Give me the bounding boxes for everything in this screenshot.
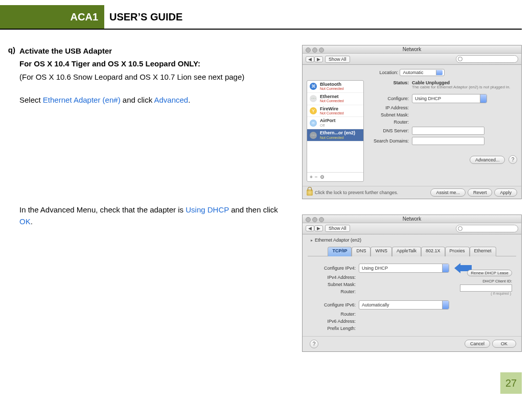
step-marker: q)	[0, 45, 19, 367]
configure-ipv6-row: Configure IPv6: Automatically	[310, 300, 514, 310]
apply-button[interactable]: Apply	[494, 188, 517, 197]
tab-8021x[interactable]: 802.1X	[421, 247, 445, 256]
line-advanced-menu: In the Advanced Menu, check that the ada…	[19, 204, 292, 228]
header-title: USER’S GUIDE	[104, 5, 182, 29]
nav-back-button[interactable]: ◀	[306, 56, 314, 62]
interfaces-sidebar: ⌘ BluetoothNot Connected ⋯ EthernetNot C…	[307, 80, 364, 182]
tab-appletalk[interactable]: AppleTalk	[392, 247, 421, 256]
lock-icon[interactable]	[307, 189, 313, 196]
ipv4-address-label: IPv4 Address:	[310, 275, 356, 280]
link-using-dhcp: Using DHCP	[186, 205, 229, 214]
chevron-icon: ▸	[311, 238, 313, 243]
search-input[interactable]	[456, 225, 518, 232]
ip-address-label: IP Address:	[368, 105, 409, 110]
instruction-text: Activate the USB Adapter For OS X 10.4 T…	[19, 45, 302, 367]
configure-ipv6-select[interactable]: Automatically	[359, 300, 449, 310]
bluetooth-icon: ⌘	[310, 83, 317, 90]
page-number: 27	[500, 372, 522, 394]
configure-ipv4-select[interactable]: Using DHCP	[359, 264, 449, 273]
window-toolbar: ◀ ▶ Show All	[303, 54, 521, 65]
dhcp-client-id-label: DHCP Client ID:	[482, 279, 512, 283]
if-required-label: ( if required )	[456, 292, 512, 295]
show-all-button[interactable]: Show All	[325, 56, 350, 63]
tab-wins[interactable]: WINS	[371, 247, 392, 256]
ipv6-address-label: IPv6 Address:	[310, 319, 356, 324]
window-title: Network	[403, 216, 422, 222]
assist-me-button[interactable]: Assist me...	[430, 188, 466, 197]
link-ok: OK	[19, 217, 31, 226]
router-label: Router:	[310, 289, 356, 294]
subnet-mask-label: Subnet Mask:	[310, 282, 356, 287]
help-button[interactable]: ?	[310, 340, 318, 348]
search-input[interactable]	[456, 55, 518, 63]
traffic-lights-icon	[306, 47, 324, 53]
window-titlebar: Network	[303, 45, 521, 54]
remove-interface-button[interactable]: −	[315, 174, 318, 180]
dhcp-client-id-field[interactable]	[460, 284, 512, 292]
window-titlebar: Network	[303, 215, 521, 223]
header-badge: ACA1	[0, 5, 104, 29]
nav-back-button[interactable]: ◀	[306, 225, 314, 231]
window-toolbar: ◀ ▶ Show All	[303, 223, 521, 234]
cancel-button[interactable]: Cancel	[465, 340, 490, 348]
sidebar-tools: + − ⚙︎	[307, 172, 363, 181]
tabs: TCP/IP DNS WINS AppleTalk 802.1X Proxies…	[308, 247, 516, 256]
renew-dhcp-lease-button[interactable]: Renew DHCP Lease	[467, 270, 512, 276]
lock-text: Click the lock to prevent further change…	[315, 190, 398, 195]
show-all-button[interactable]: Show All	[325, 225, 350, 232]
line-note: (For OS X 10.6 Snow Leopard and OS X 10.…	[19, 71, 292, 83]
ethernet-adaptor-icon: ⋯	[310, 132, 317, 139]
link-ethernet-adapter: Ethernet Adapter (en#)	[43, 96, 121, 104]
panel-footer: Click the lock to prevent further change…	[303, 186, 521, 199]
traffic-lights-icon	[306, 217, 324, 222]
advanced-button[interactable]: Advanced...	[470, 156, 505, 164]
sidebar-item-ethernet[interactable]: ⋯ EthernetNot Connected	[307, 93, 363, 105]
tab-tcpip[interactable]: TCP/IP	[328, 247, 352, 256]
tab-proxies[interactable]: Proxies	[445, 247, 470, 256]
sidebar-item-firewire[interactable]: Y FireWireNot Connected	[307, 105, 363, 117]
interface-details: Status: Cable Unplugged The cable for Et…	[368, 80, 517, 182]
router-label: Router:	[368, 120, 409, 125]
status-label: Status:	[368, 80, 409, 90]
nav-forward-button[interactable]: ▶	[314, 56, 323, 62]
panel-footer: ? Cancel OK	[303, 336, 521, 351]
ok-button[interactable]: OK	[492, 340, 516, 348]
configure-select[interactable]: Using DHCP	[412, 94, 487, 103]
nav-forward-button[interactable]: ▶	[314, 225, 323, 231]
link-advanced: Advanced	[154, 96, 189, 104]
line-select: Select Ethernet Adapter (en#) and click …	[19, 94, 292, 106]
search-domains-field[interactable]	[412, 137, 484, 145]
screenshot-network-prefs: Network ◀ ▶ Show All Location: Automatic…	[302, 45, 522, 199]
subnet-mask-label: Subnet Mask:	[368, 112, 409, 117]
prefix-length-label: Prefix Length:	[310, 326, 356, 331]
search-domains-label: Search Domains:	[368, 138, 409, 144]
line-activate: Activate the USB Adapter	[19, 45, 292, 57]
configure-row: Configure: Using DHCP	[368, 94, 517, 103]
firewire-icon: Y	[310, 107, 317, 114]
location-label: Location:	[379, 70, 398, 75]
airport-icon: ⌢	[310, 120, 317, 127]
sidebar-item-bluetooth[interactable]: ⌘ BluetoothNot Connected	[307, 81, 363, 93]
dns-server-field[interactable]	[412, 127, 484, 135]
sidebar-item-ethernet-adaptor-en2[interactable]: ⋯ Ethern...or (en2)Not Connected	[307, 129, 363, 141]
dns-server-label: DNS Server:	[368, 128, 409, 133]
page-header: ACA1 USER’S GUIDE	[0, 5, 522, 30]
help-button[interactable]: ?	[508, 155, 517, 164]
tab-ethernet[interactable]: Ethernet	[470, 247, 496, 256]
ethernet-icon: ⋯	[310, 95, 317, 102]
location-select[interactable]: Automatic	[400, 69, 445, 76]
window-title: Network	[403, 46, 422, 52]
breadcrumb: ▸Ethernet Adaptor (en2)	[303, 234, 521, 244]
router6-label: Router:	[310, 312, 356, 317]
tab-dns[interactable]: DNS	[352, 247, 371, 256]
add-interface-button[interactable]: +	[310, 174, 313, 180]
line-os-scope: For OS X 10.4 Tiger and OS X 10.5 Leopar…	[19, 58, 292, 69]
screenshot-advanced-tcpip: Network ◀ ▶ Show All ▸Ethernet Adaptor (…	[302, 215, 522, 352]
sidebar-item-airport[interactable]: ⌢ AirPortOff	[307, 117, 363, 129]
gear-icon[interactable]: ⚙︎	[320, 174, 325, 180]
location-row: Location: Automatic	[307, 69, 517, 76]
status-description: The cable for Ethernet Adaptor (en2) is …	[412, 85, 517, 90]
revert-button[interactable]: Revert	[468, 188, 493, 197]
